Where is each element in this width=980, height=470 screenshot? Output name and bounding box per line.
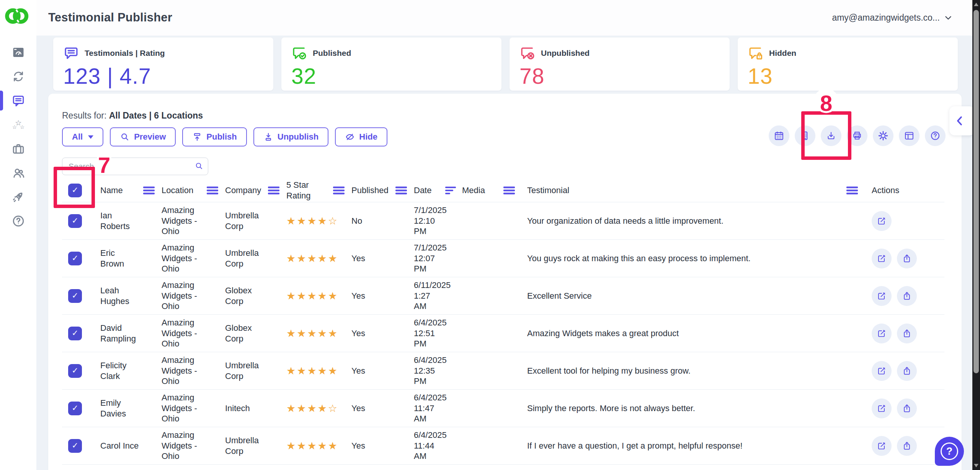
share-testimonial-button[interactable] [897, 324, 917, 343]
share-testimonial-button[interactable] [897, 361, 917, 381]
edit-testimonial-button[interactable] [872, 398, 892, 418]
row-checkbox[interactable]: ✓ [68, 364, 82, 378]
column-menu-icon[interactable] [333, 186, 351, 195]
share-testimonial-button[interactable] [897, 286, 917, 306]
share-icon [902, 291, 912, 301]
cell-rating: ★★★★☆ [286, 402, 333, 415]
sidebar-item-launch[interactable] [0, 185, 36, 209]
edit-testimonial-button[interactable] [872, 249, 892, 268]
cell-rating: ★★★★★ [286, 252, 333, 265]
settings-button[interactable] [873, 125, 893, 146]
download-icon [826, 130, 836, 141]
edit-testimonial-button[interactable] [872, 211, 892, 231]
column-header-name: Name [100, 185, 143, 196]
share-icon [902, 329, 912, 338]
sidebar-item-help[interactable] [0, 209, 36, 233]
sidebar-item-testimonials[interactable] [0, 88, 36, 112]
sidebar-item-business[interactable] [0, 137, 36, 161]
download-button[interactable] [821, 125, 841, 146]
sidebar-item-reviews[interactable]: ☆ ☆ ☆ [0, 112, 36, 137]
calendar-button[interactable] [769, 125, 789, 146]
column-menu-icon[interactable] [143, 186, 162, 195]
share-testimonial-button[interactable] [897, 398, 917, 418]
briefcase-icon [11, 142, 25, 156]
sidebar-item-users[interactable] [0, 161, 36, 185]
column-menu-icon[interactable] [268, 186, 286, 195]
cell-location: Amazing Widgets - Ohio [162, 205, 207, 237]
cell-name: Ian Roberts [100, 210, 143, 231]
share-testimonial-button[interactable] [897, 436, 917, 456]
reviews-stars-icon: ☆ ☆ ☆ [11, 118, 25, 132]
row-checkbox[interactable]: ✓ [68, 327, 82, 340]
scroll-up-icon[interactable] [974, 3, 978, 6]
hide-button[interactable]: Hide [335, 127, 387, 146]
sidebar-item-sync[interactable] [0, 64, 36, 88]
column-menu-icon[interactable] [503, 186, 527, 195]
stat-label: Hidden [769, 49, 796, 58]
cell-name: Felicity Clark [100, 360, 143, 381]
cell-company: Umbrella Corp [225, 360, 268, 381]
stat-card-hidden: Hidden 13 [738, 37, 958, 91]
magnifier-icon [120, 132, 130, 142]
cell-actions [872, 398, 944, 418]
columns-button[interactable] [899, 125, 920, 146]
cell-published: Yes [351, 366, 395, 376]
select-all-checkbox[interactable]: ✓ [68, 184, 82, 197]
edit-icon [877, 366, 887, 376]
share-icon [902, 254, 912, 263]
rocket-icon [11, 190, 25, 204]
edit-testimonial-button[interactable] [872, 324, 892, 343]
main-panel: Results for: All Dates | 6 Locations All… [48, 94, 962, 470]
column-header-testimonial: Testimonial [527, 185, 846, 196]
unpublish-button[interactable]: Unpublish [253, 127, 329, 146]
chevron-down-icon [945, 16, 951, 20]
stat-card-testimonials: Testimonials | Rating 123 | 4.7 [53, 37, 273, 91]
edit-icon [877, 216, 887, 226]
column-menu-icon[interactable] [395, 186, 414, 195]
publish-button[interactable]: Publish [182, 127, 247, 146]
row-checkbox[interactable]: ✓ [68, 252, 82, 265]
cell-date: 6/4/2025 12:35 PM [414, 355, 445, 387]
edit-testimonial-button[interactable] [872, 361, 892, 381]
sort-icon[interactable] [445, 186, 462, 195]
sidebar-item-dashboard[interactable] [0, 40, 36, 64]
account-menu[interactable]: amy@amazingwidgets.co... [832, 13, 951, 23]
chat-lock-icon [748, 45, 764, 61]
svg-text:☆: ☆ [20, 124, 24, 130]
preview-button[interactable]: Preview [110, 127, 176, 146]
mobile-button[interactable] [795, 125, 815, 146]
search-input[interactable] [62, 158, 208, 175]
edit-testimonial-button[interactable] [872, 436, 892, 456]
edit-icon [877, 291, 887, 301]
page-scrollbar[interactable] [972, 0, 980, 470]
cell-actions [872, 436, 944, 456]
table-row: ✓ Ian Roberts Amazing Widgets - Ohio Umb… [62, 202, 944, 240]
column-header-company: Company [225, 185, 268, 196]
stat-card-published: Published 32 [281, 37, 501, 91]
app-logo-icon [5, 5, 30, 27]
row-checkbox[interactable]: ✓ [68, 214, 82, 228]
row-checkbox[interactable]: ✓ [68, 439, 82, 453]
edit-testimonial-button[interactable] [872, 286, 892, 306]
help-button[interactable] [925, 125, 946, 146]
column-menu-icon[interactable] [207, 186, 225, 195]
share-testimonial-button[interactable] [897, 249, 917, 268]
cell-actions [872, 361, 944, 381]
scrollbar-thumb[interactable] [973, 10, 979, 373]
cell-published: Yes [351, 403, 395, 414]
cell-company: Umbrella Corp [225, 210, 268, 231]
filter-all-dropdown[interactable]: All [62, 127, 103, 146]
question-mark-icon: ? [941, 442, 958, 460]
row-checkbox[interactable]: ✓ [68, 402, 82, 415]
cell-published: Yes [351, 291, 395, 301]
panel-collapse-button[interactable] [949, 106, 975, 135]
calendar-icon [774, 130, 784, 141]
column-menu-icon[interactable] [846, 186, 872, 195]
search-field [62, 158, 208, 175]
print-button[interactable] [847, 125, 867, 146]
row-checkbox[interactable]: ✓ [68, 289, 82, 303]
cell-rating: ★★★★★ [286, 364, 333, 377]
scroll-down-icon[interactable] [974, 464, 978, 467]
edit-icon [877, 254, 887, 263]
support-chat-button[interactable]: ? [935, 437, 964, 466]
